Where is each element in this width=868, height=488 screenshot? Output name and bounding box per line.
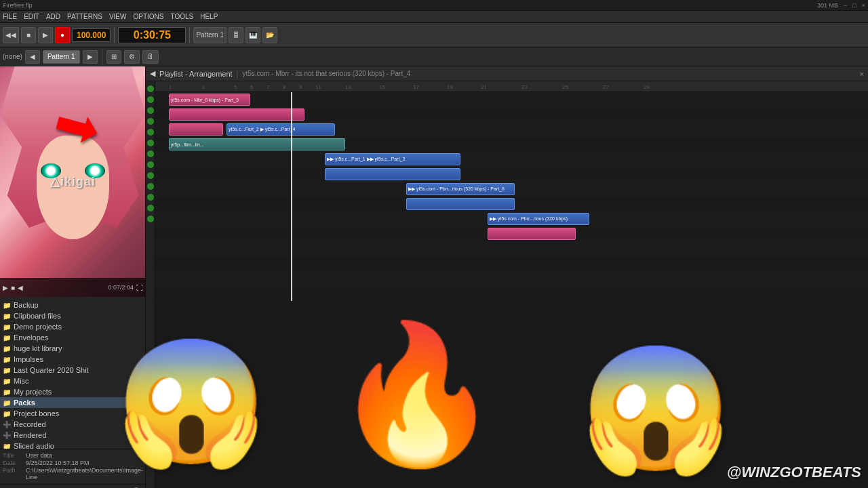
browser-item-11[interactable]: ➕Recorded [0,419,145,430]
track-row-5[interactable] [155,167,868,182]
video-panel: △ikigai ▶ ■ ◀ 0:07/2:04 ⛶ [0,66,146,297]
menu-item-help[interactable]: HELP [200,13,218,20]
audio-clip-6[interactable] [325,168,460,180]
video-background: △ikigai [0,66,146,297]
video-controls[interactable]: ▶ ■ ◀ 0:07/2:04 ⛶ [0,278,146,297]
vc-fullscreen[interactable]: ⛶ [136,284,143,291]
minimize-button[interactable]: − [844,2,847,9]
vc-time: 0:07/2:04 [108,284,134,291]
track-row-13[interactable] [155,286,868,301]
browser-item-label-4: huge kit library [14,344,62,352]
browser-item-3[interactable]: 📁Envelopes [0,332,145,343]
ruler-17: 17 [413,81,419,92]
ch-dot-11 [147,194,154,201]
tags-panel: TAGS ⊞ 🔍 [0,484,145,488]
browser-item-6[interactable]: 📁Last Quarter 2020 Shit [0,365,145,375]
playlist-header: ◀ Playlist - Arrangement | yt5s.com - Mb… [146,66,868,81]
playlist-close[interactable]: × [860,70,864,78]
audio-clip-1[interactable] [169,108,304,121]
timeline-area[interactable]: 1 3 5 6 7 8 9 11 13 15 17 19 21 23 25 27 [155,81,868,488]
audio-clip-7[interactable]: ▶▶ yt5s.com - Pbrr...rious (320 kbps) - … [406,183,515,195]
vc-stop[interactable]: ■ [11,284,15,291]
ruler-11: 11 [315,81,321,92]
bpm-display[interactable]: 100.000 [72,28,111,42]
track-row-12[interactable] [155,271,868,286]
pattern-bar: (none) ◀ Pattern 1 ▶ ⊞ ⚙ 🎚 [0,47,868,66]
track-row-11[interactable] [155,256,868,271]
menu-item-tools[interactable]: TOOLS [170,13,193,20]
video-watermark: △ikigai [50,174,96,189]
ch-dot-8 [147,161,154,168]
browser-item-4[interactable]: 📁huge kit library [0,343,145,354]
pattern-tool-1[interactable]: ⊞ [106,50,121,64]
browser-item-label-8: My projects [14,388,52,396]
audio-clip-0[interactable]: yt5s.com - Mbr_0 kbps) - Part_3 [169,94,250,106]
browser-btn[interactable]: 📂 [262,27,277,43]
audio-clip-8[interactable] [406,198,515,210]
pattern-name-btn[interactable]: Pattern 1 [193,27,226,43]
browser-item-label-9: Packs [14,399,35,407]
track-row-10[interactable] [155,241,868,256]
vc-back[interactable]: ◀ [18,284,23,291]
record-button[interactable]: ● [55,27,70,43]
play-button[interactable]: ▶ [38,27,53,43]
track-row-2[interactable]: yt5s.c...Part_2 ▶ yt5s.c...Part_4 [155,122,868,137]
track-row-3[interactable]: yt5p...film...lin... [155,137,868,152]
menu-item-view[interactable]: VIEW [109,13,127,20]
tracks-container[interactable]: yt5s.com - Mbr_0 kbps) - Part_3yt5s.c...… [155,92,868,301]
ch-dot-4 [147,118,154,125]
playlist-title: Playlist - Arrangement [159,70,233,78]
browser-item-9[interactable]: 📁Packs [0,397,145,408]
audio-clip-9[interactable]: ▶▶ yt5s.com - Pbrr...rious (320 kbps) [488,213,589,225]
browser-item-1[interactable]: 📁Clipboard files [0,310,145,321]
track-row-9[interactable] [155,226,868,241]
browser-item-5[interactable]: 📁Impulses [0,354,145,365]
track-row-0[interactable]: yt5s.com - Mbr_0 kbps) - Part_3 [155,92,868,107]
ruler-23: 23 [521,81,528,92]
playlist-area[interactable]: 1 3 5 6 7 8 9 11 13 15 17 19 21 23 25 27 [146,81,868,488]
pattern-right-btn[interactable]: ▶ [83,50,98,64]
browser-item-icon-0: 📁 [3,302,11,309]
channel-strip [146,81,155,488]
track-row-7[interactable] [155,197,868,211]
audio-clip-4[interactable]: yt5p...film...lin... [169,138,345,150]
close-button[interactable]: × [862,2,865,9]
pattern-tool-3[interactable]: 🎚 [142,50,159,64]
browser-item-12[interactable]: ➕Rendered [0,430,145,441]
browser-item-10[interactable]: 📁Project bones [0,408,145,419]
menu-item-options[interactable]: OPTIONS [133,13,163,20]
audio-clip-3[interactable]: yt5s.c...Part_2 ▶ yt5s.c...Part_4 [226,123,335,136]
mixer-btn[interactable]: 🎛 [229,27,243,43]
piano-btn[interactable]: 🎹 [245,27,260,43]
pattern-label: (none) [3,53,22,60]
audio-clip-10[interactable] [488,228,576,240]
menu-item-edit[interactable]: EDIT [24,13,39,20]
track-row-8[interactable]: ▶▶ yt5s.com - Pbrr...rious (320 kbps) [155,211,868,226]
rewind-button[interactable]: ◀◀ [3,27,19,43]
audio-clip-2[interactable] [169,123,223,136]
pattern-left-btn[interactable]: ◀ [25,50,40,64]
browser-item-8[interactable]: 📁My projects [0,386,145,397]
ruler-1: 1 [169,81,172,92]
track-row-6[interactable]: ▶▶ yt5s.com - Pbrr...rious (320 kbps) - … [155,182,868,197]
sidebar: △ikigai ▶ ■ ◀ 0:07/2:04 ⛶ 📁Backup📁Clipbo… [0,66,146,488]
vc-play[interactable]: ▶ [3,284,8,291]
browser-item-7[interactable]: 📁Misc [0,375,145,386]
audio-clip-5[interactable]: ▶▶ yt5s.c...Part_1 ▶▶ yt5s.c...Part_3 [325,153,460,165]
pattern-1-btn[interactable]: Pattern 1 [43,50,80,64]
track-row-1[interactable] [155,107,868,122]
menu-bar: FILEEDITADDPATTERNSVIEWOPTIONSTOOLSHELP [0,11,868,23]
browser-item-0[interactable]: 📁Backup [0,300,145,310]
browser-item-13[interactable]: 📁Sliced audio [0,441,145,449]
menu-item-file[interactable]: FILE [3,13,17,20]
track-row-4[interactable]: ▶▶ yt5s.c...Part_1 ▶▶ yt5s.c...Part_3 [155,152,868,167]
window-controls[interactable]: 301 MB − □ × [817,2,865,9]
browser-item-label-12: Rendered [14,431,46,439]
menu-item-patterns[interactable]: PATTERNS [67,13,102,20]
maximize-button[interactable]: □ [852,2,856,9]
stop-button[interactable]: ■ [21,27,36,43]
menu-item-add[interactable]: ADD [46,13,60,20]
browser-item-2[interactable]: 📁Demo projects [0,321,145,332]
browser-item-icon-6: 📁 [3,367,11,374]
pattern-tool-2[interactable]: ⚙ [124,50,140,64]
